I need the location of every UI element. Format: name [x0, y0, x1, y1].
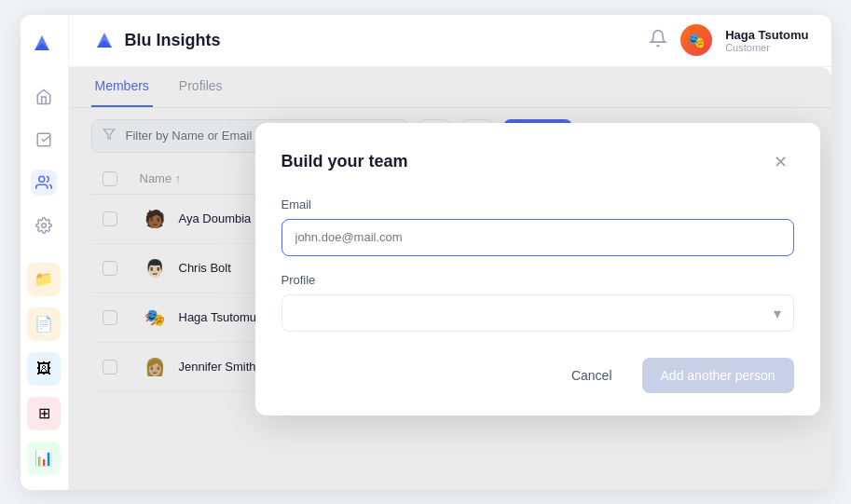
profile-select[interactable]	[281, 294, 794, 332]
document-icon[interactable]: 📄	[27, 307, 61, 341]
sidebar-bottom: 📁 📄 🖼 ⊞ 📊	[27, 263, 61, 475]
main-content: Blu Insights 🎭 Haga Tsutomu Customer Mem…	[69, 15, 831, 490]
home-icon[interactable]	[31, 84, 57, 110]
content-area: Members Profiles	[69, 67, 831, 490]
email-label: Email	[281, 198, 794, 211]
folder-icon[interactable]: 📁	[27, 263, 61, 296]
profile-label: Profile	[281, 273, 794, 287]
sidebar: 📁 📄 🖼 ⊞ 📊	[21, 15, 69, 490]
image-icon[interactable]: 🖼	[27, 352, 61, 386]
build-team-modal: Build your team ✕ Email Profile ▾	[255, 123, 820, 415]
svg-point-1	[39, 176, 45, 182]
check-square-icon[interactable]	[31, 127, 57, 153]
modal-header: Build your team ✕	[281, 149, 794, 175]
modal-close-button[interactable]: ✕	[768, 149, 794, 175]
add-another-person-button[interactable]: Add another person	[642, 358, 794, 393]
header-logo-area: Blu Insights	[91, 27, 638, 53]
user-name: Haga Tsutomu	[725, 28, 808, 42]
profile-select-wrapper: ▾	[281, 294, 794, 332]
user-info: Haga Tsutomu Customer	[725, 28, 808, 53]
grid-icon[interactable]: ⊞	[27, 397, 61, 430]
chart-icon[interactable]: 📊	[27, 442, 61, 475]
svg-point-2	[42, 223, 47, 227]
modal-footer: Cancel Add another person	[281, 358, 794, 393]
bell-icon[interactable]	[649, 29, 667, 52]
sidebar-logo	[29, 30, 59, 60]
header-right: 🎭 Haga Tsutomu Customer	[649, 24, 808, 56]
modal-title: Build your team	[281, 152, 408, 171]
users-icon[interactable]	[31, 170, 57, 196]
svg-rect-0	[37, 133, 50, 146]
user-role: Customer	[725, 42, 808, 53]
settings-icon[interactable]	[31, 212, 57, 238]
cancel-button[interactable]: Cancel	[553, 358, 631, 393]
avatar: 🎭	[680, 24, 712, 56]
brand-name: Blu Insights	[125, 31, 221, 50]
profile-form-group: Profile ▾	[281, 273, 794, 332]
email-input[interactable]	[281, 219, 794, 256]
header: Blu Insights 🎭 Haga Tsutomu Customer	[69, 15, 831, 67]
email-form-group: Email	[281, 198, 794, 256]
